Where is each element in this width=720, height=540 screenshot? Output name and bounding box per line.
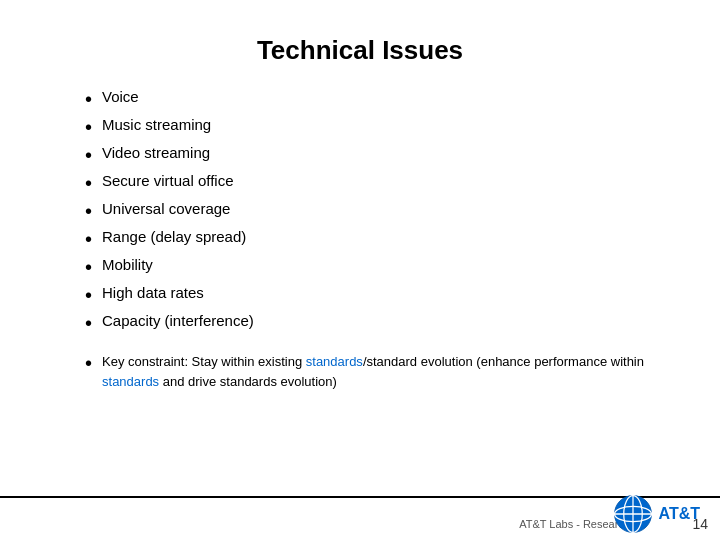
list-item: Secure virtual office [85,172,670,194]
slide-title: Technical Issues [50,35,670,66]
footer-text: AT&T Labs - Research [0,518,640,530]
list-item: Music streaming [85,116,670,138]
key-constraint-text: Key constraint: Stay within existing sta… [102,352,670,391]
list-item: Video streaming [85,144,670,166]
list-item: Range (delay spread) [85,228,670,250]
slide: Technical Issues Voice Music streaming V… [0,0,720,540]
list-item: Capacity (interference) [85,312,670,334]
list-item: Voice [85,88,670,110]
att-globe-icon [612,493,654,535]
list-item: Mobility [85,256,670,278]
list-item: Universal coverage [85,200,670,222]
list-item: High data rates [85,284,670,306]
page-number: 14 [692,516,708,532]
bullet-list: Voice Music streaming Video streaming Se… [85,88,670,334]
att-logo: AT&T [612,493,700,535]
key-constraint-item: Key constraint: Stay within existing sta… [85,352,670,391]
